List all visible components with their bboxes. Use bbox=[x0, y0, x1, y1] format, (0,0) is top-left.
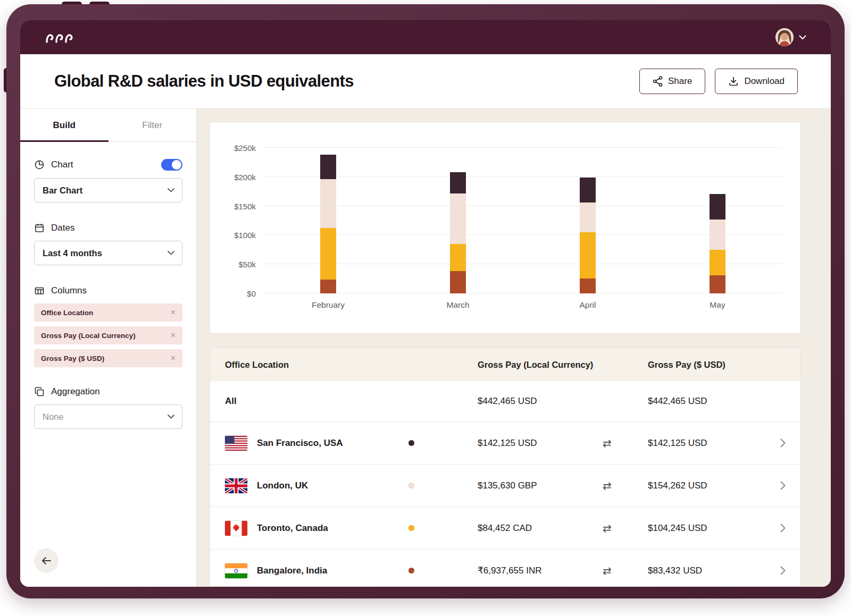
chevron-right-icon[interactable] bbox=[780, 524, 786, 533]
table-row-toronto-canada[interactable]: Toronto, Canada$84,452 CAD⇄$104,245 USD bbox=[210, 507, 800, 549]
bar-segment bbox=[710, 250, 725, 275]
series-color-dot bbox=[408, 440, 414, 446]
salary-bar-chart-card: $0$50k$100k$150k$200k$250k FebruaryMarch… bbox=[210, 122, 801, 334]
chip-remove-icon[interactable]: × bbox=[171, 308, 176, 317]
salary-table-card: Office Location Gross Pay (Local Currenc… bbox=[210, 348, 801, 587]
chevron-down-icon bbox=[168, 251, 174, 255]
bar-segment bbox=[320, 155, 336, 179]
chart-toggle[interactable] bbox=[161, 159, 182, 171]
chart-bars bbox=[263, 148, 782, 293]
currency-convert-icon: ⇄ bbox=[603, 437, 612, 450]
currency-convert-cell: ⇄ bbox=[603, 564, 648, 577]
report-canvas: $0$50k$100k$150k$200k$250k FebruaryMarch… bbox=[197, 109, 831, 587]
currency-convert-cell: ⇄ bbox=[603, 522, 648, 535]
chip-remove-icon[interactable]: × bbox=[171, 354, 176, 362]
bar-segment bbox=[580, 178, 596, 202]
share-button[interactable]: Share bbox=[639, 69, 705, 94]
currency-convert-icon: ⇄ bbox=[603, 479, 612, 492]
y-tick-label: $200k bbox=[234, 172, 256, 181]
download-button-label: Download bbox=[744, 76, 785, 87]
bar-segment bbox=[580, 279, 596, 293]
aggregation-section-label: Aggregation bbox=[51, 386, 100, 397]
currency-convert-icon: ⇄ bbox=[603, 564, 612, 577]
aggregation-select[interactable]: None bbox=[34, 404, 182, 429]
toggle-knob bbox=[172, 160, 181, 170]
stacked-bar-may[interactable] bbox=[710, 148, 725, 293]
stacked-bar-april[interactable] bbox=[580, 148, 596, 293]
y-tick-label: $150k bbox=[234, 201, 256, 210]
column-chip[interactable]: Gross Pay ($ USD)× bbox=[34, 349, 182, 367]
tab-build[interactable]: Build bbox=[20, 109, 109, 141]
y-tick-label: $250k bbox=[234, 144, 256, 153]
columns-section-label: Columns bbox=[51, 285, 87, 296]
columns-icon bbox=[34, 285, 45, 296]
aggregation-section-header: Aggregation bbox=[34, 386, 182, 397]
tab-filter[interactable]: Filter bbox=[109, 109, 197, 141]
bar-segment bbox=[450, 193, 466, 244]
x-tick-label: February bbox=[263, 300, 393, 310]
page-title: Global R&D salaries in USD equivalents bbox=[54, 72, 354, 91]
flag-in-icon bbox=[225, 563, 247, 578]
series-color-cell bbox=[408, 566, 478, 576]
stacked-bar-february[interactable] bbox=[320, 148, 336, 293]
bar-segment bbox=[450, 172, 466, 193]
aggregation-value: None bbox=[43, 412, 63, 422]
bar-segment bbox=[450, 244, 466, 272]
flag-uk-icon bbox=[225, 478, 247, 493]
gross-pay-local-value: $135,630 GBP bbox=[478, 480, 603, 491]
chevron-right-icon[interactable] bbox=[780, 438, 786, 448]
series-color-cell bbox=[408, 438, 478, 448]
dates-select[interactable]: Last 4 months bbox=[34, 241, 182, 265]
pie-chart-icon bbox=[34, 159, 45, 170]
chart-type-select[interactable]: Bar Chart bbox=[34, 178, 182, 202]
x-tick-label: April bbox=[523, 300, 653, 310]
user-avatar[interactable] bbox=[775, 28, 794, 46]
bar-column bbox=[653, 148, 782, 293]
column-chip[interactable]: Office Location× bbox=[34, 303, 182, 322]
series-color-cell bbox=[408, 524, 478, 533]
chip-remove-icon[interactable]: × bbox=[171, 331, 176, 340]
bar-column bbox=[523, 148, 653, 293]
collapse-sidebar-button[interactable] bbox=[34, 549, 59, 573]
dates-section-header: Dates bbox=[34, 223, 182, 233]
office-location-name: San Francisco, USA bbox=[257, 438, 343, 449]
column-chip[interactable]: Gross Pay (Local Currency)× bbox=[34, 326, 182, 344]
currency-convert-cell: ⇄ bbox=[603, 437, 648, 450]
gross-pay-usd-value: $154,262 USD bbox=[648, 480, 766, 491]
flag-us-icon bbox=[225, 436, 247, 451]
aggregation-layers-icon bbox=[34, 386, 45, 397]
row-detail-cell bbox=[780, 438, 786, 448]
office-location-name: Toronto, Canada bbox=[257, 523, 328, 534]
flag-ca-icon bbox=[225, 521, 247, 536]
dates-section-label: Dates bbox=[51, 223, 74, 233]
table-row-san-francisco-usa[interactable]: San Francisco, USA$142,125 USD⇄$142,125 … bbox=[210, 421, 800, 464]
office-location-cell: Bangalore, India bbox=[225, 563, 408, 578]
bar-segment bbox=[710, 194, 725, 220]
table-row-london-uk[interactable]: London, UK$135,630 GBP⇄$154,262 USD bbox=[210, 464, 800, 507]
office-location-name: Bangalore, India bbox=[257, 566, 327, 576]
columns-chips: Office Location×Gross Pay (Local Currenc… bbox=[34, 303, 182, 367]
series-color-dot bbox=[408, 568, 414, 573]
stacked-bar-march[interactable] bbox=[450, 148, 466, 293]
chevron-down-icon bbox=[168, 415, 174, 419]
chevron-right-icon[interactable] bbox=[780, 481, 786, 490]
bar-segment bbox=[450, 271, 466, 293]
download-button[interactable]: Download bbox=[715, 69, 798, 94]
bar-segment bbox=[580, 232, 596, 279]
bar-segment bbox=[320, 228, 336, 279]
gross-pay-usd-value: $142,125 USD bbox=[648, 438, 766, 449]
x-tick-label: May bbox=[653, 300, 782, 310]
table-body: All$442,465 USD$442,465 USD San Francisc… bbox=[210, 381, 800, 587]
chevron-right-icon[interactable] bbox=[780, 566, 786, 575]
office-location-cell: All bbox=[225, 396, 408, 407]
gross-pay-usd-value: $442,465 USD bbox=[648, 396, 766, 407]
rippling-logo-icon[interactable] bbox=[45, 29, 74, 45]
column-chip-label: Office Location bbox=[41, 309, 93, 317]
chart-section-header: Chart bbox=[34, 159, 182, 171]
gross-pay-usd-value: $104,245 USD bbox=[648, 523, 766, 534]
account-menu[interactable] bbox=[775, 28, 806, 46]
calendar-icon bbox=[34, 223, 45, 233]
table-row-bangalore-india[interactable]: Bangalore, India₹6,937,655 INR⇄$83,432 U… bbox=[210, 549, 800, 587]
bar-segment bbox=[710, 220, 725, 250]
row-detail-cell bbox=[780, 524, 786, 533]
